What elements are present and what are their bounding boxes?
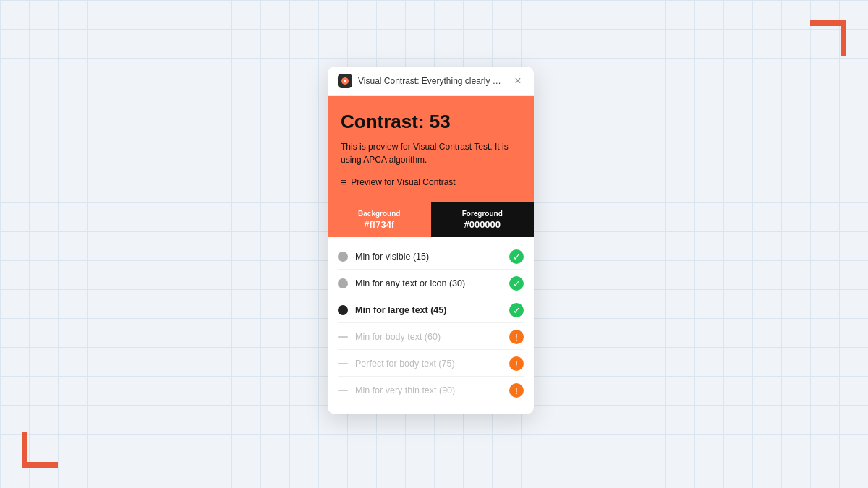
title-bar-text: Visual Contrast: Everything clearly with…	[358, 76, 506, 86]
criteria-item-large-text: Min for large text (45) ✓	[338, 298, 524, 323]
preview-link-text[interactable]: Preview for Visual Contrast	[351, 177, 456, 187]
criteria-dot-visible	[338, 252, 348, 262]
contrast-heading: Contrast: 53	[341, 111, 521, 133]
background-swatch-value: #ff734f	[364, 219, 394, 230]
criteria-text-thin-text: Min for very thin text (90)	[355, 385, 502, 395]
criteria-text-any-text: Min for any text or icon (30)	[355, 278, 502, 288]
criteria-dot-perfect-body	[338, 363, 348, 364]
criteria-status-thin-text: !	[509, 383, 524, 398]
criteria-item-perfect-body: Perfect for body text (75) !	[338, 351, 524, 377]
criteria-list: Min for visible (15) ✓ Min for any text …	[328, 237, 534, 414]
title-bar: Visual Contrast: Everything clearly with…	[328, 67, 534, 96]
svg-point-1	[344, 80, 346, 82]
criteria-text-body-text: Min for body text (60)	[355, 332, 502, 342]
corner-bracket-tr	[810, 20, 846, 56]
preview-description: This is preview for Visual Contrast Test…	[341, 140, 521, 166]
criteria-dot-thin-text	[338, 390, 348, 391]
app-icon	[338, 74, 352, 88]
preview-area: Contrast: 53 This is preview for Visual …	[328, 96, 534, 202]
criteria-dot-body-text	[338, 336, 348, 338]
background-swatch[interactable]: Background #ff734f	[328, 202, 431, 237]
foreground-swatch[interactable]: Foreground #000000	[431, 202, 535, 237]
close-button[interactable]: ×	[512, 75, 524, 87]
criteria-item-any-text: Min for any text or icon (30) ✓	[338, 271, 524, 296]
criteria-status-body-text: !	[509, 330, 524, 344]
preview-link-row: ≡ Preview for Visual Contrast	[341, 176, 521, 188]
criteria-text-visible: Min for visible (15)	[355, 252, 502, 262]
criteria-item-visible: Min for visible (15) ✓	[338, 244, 524, 270]
criteria-status-perfect-body: !	[509, 356, 524, 371]
foreground-swatch-label: Foreground	[462, 210, 503, 218]
criteria-item-thin-text: Min for very thin text (90) !	[338, 378, 524, 403]
criteria-dot-large-text	[338, 305, 348, 315]
criteria-text-perfect-body: Perfect for body text (75)	[355, 359, 502, 369]
popup-window: Visual Contrast: Everything clearly with…	[328, 67, 534, 414]
criteria-status-any-text: ✓	[509, 276, 524, 291]
criteria-item-body-text: Min for body text (60) !	[338, 325, 524, 350]
criteria-dot-any-text	[338, 278, 348, 288]
foreground-swatch-value: #000000	[464, 219, 501, 230]
preview-link-icon: ≡	[341, 176, 346, 188]
color-row: Background #ff734f Foreground #000000	[328, 202, 534, 237]
criteria-text-large-text: Min for large text (45)	[355, 305, 502, 315]
corner-bracket-bl	[22, 432, 58, 468]
criteria-status-visible: ✓	[509, 249, 524, 264]
criteria-status-large-text: ✓	[509, 303, 524, 317]
background-swatch-label: Background	[358, 210, 400, 218]
